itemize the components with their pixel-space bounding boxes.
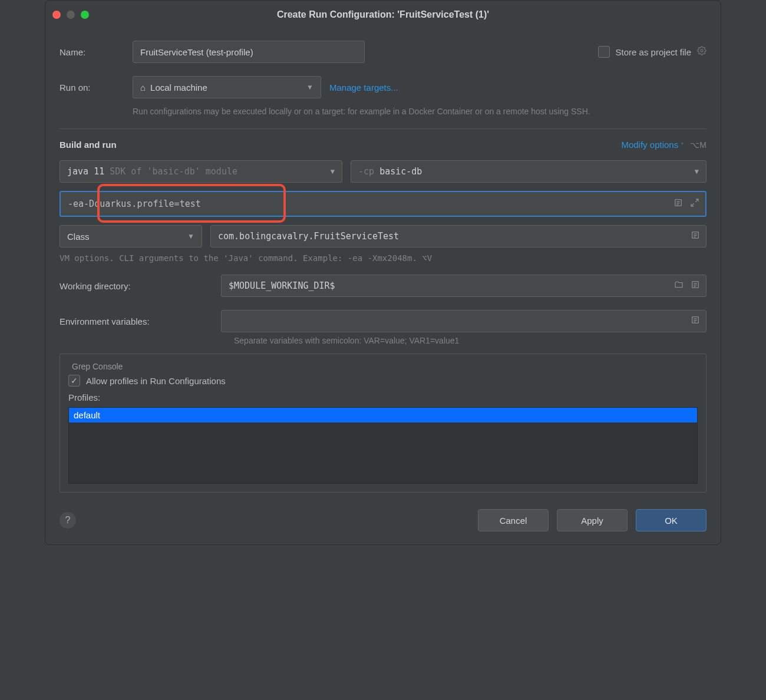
run-on-label: Run on: [60, 82, 124, 93]
profiles-label: Profiles: [68, 392, 698, 402]
dialog-footer: ? Cancel Apply OK [45, 498, 721, 544]
help-button[interactable]: ? [60, 512, 76, 529]
vm-options-input[interactable]: -ea -Dquarkus.profile=test [60, 191, 706, 217]
jdk-select[interactable]: java 11 SDK of 'basic-db' module ▼ [60, 160, 342, 183]
folder-icon[interactable] [674, 280, 684, 292]
class-input[interactable]: com.bolingcavalry.FruitServiceTest [210, 225, 706, 247]
profiles-list[interactable]: default [68, 407, 698, 484]
modify-options-link[interactable]: Modify options ˅ [621, 140, 684, 150]
svg-point-0 [701, 49, 703, 52]
working-dir-value: $MODULE_WORKING_DIR$ [229, 280, 335, 291]
vm-options-a: -ea [68, 199, 84, 209]
divider [60, 128, 706, 129]
run-on-value: Local machine [150, 82, 207, 93]
store-as-project-label: Store as project file [616, 47, 691, 57]
run-type-value: Class [67, 232, 90, 242]
run-on-row: Run on: ⌂ Local machine ▼ Manage targets… [60, 76, 706, 98]
build-run-header: Build and run Modify options ˅ ⌥M [60, 140, 706, 150]
chevron-down-icon: ▼ [306, 83, 313, 91]
home-icon: ⌂ [140, 82, 146, 93]
working-dir-label: Working directory: [60, 281, 213, 291]
build-run-title: Build and run [60, 140, 117, 150]
expand-icon[interactable] [690, 198, 699, 210]
name-row: Name: FruitServiceTest (test-profile) St… [60, 41, 706, 63]
run-on-select[interactable]: ⌂ Local machine ▼ [133, 76, 321, 98]
chevron-down-icon: ▼ [331, 167, 335, 176]
run-config-dialog: Create Run Configuration: 'FruitServiceT… [45, 0, 721, 545]
grep-console-fieldset: Grep Console Allow profiles in Run Confi… [60, 354, 706, 493]
jdk-classpath-row: java 11 SDK of 'basic-db' module ▼ -cp b… [60, 160, 706, 183]
classpath-value: basic-db [379, 166, 422, 177]
apply-label: Apply [581, 516, 603, 526]
working-dir-row: Working directory: $MODULE_WORKING_DIR$ [60, 275, 706, 297]
gear-icon[interactable] [697, 46, 706, 58]
env-hint: Separate variables with semicolon: VAR=v… [234, 336, 706, 345]
manage-targets-link[interactable]: Manage targets... [329, 82, 398, 93]
dialog-title: Create Run Configuration: 'FruitServiceT… [45, 9, 721, 20]
jdk-value: java 11 [67, 166, 104, 177]
classpath-prefix: -cp [358, 166, 379, 177]
run-type-select[interactable]: Class ▼ [60, 225, 202, 247]
ok-button[interactable]: OK [636, 509, 706, 531]
svg-line-6 [691, 203, 694, 206]
name-label: Name: [60, 47, 124, 57]
svg-line-5 [695, 199, 698, 202]
profile-item-default[interactable]: default [69, 408, 697, 422]
allow-profiles-checkbox[interactable] [68, 375, 80, 387]
env-input[interactable] [221, 310, 706, 332]
store-as-project-row: Store as project file [598, 46, 706, 58]
run-on-hint: Run configurations may be executed local… [133, 105, 706, 118]
cancel-label: Cancel [500, 516, 527, 526]
modify-shortcut: ⌥M [690, 140, 706, 150]
classpath-select[interactable]: -cp basic-db ▼ [351, 160, 706, 183]
allow-profiles-label: Allow profiles in Run Configurations [86, 376, 226, 386]
store-as-project-checkbox[interactable] [598, 46, 610, 58]
working-dir-input[interactable]: $MODULE_WORKING_DIR$ [221, 275, 706, 297]
list-icon[interactable] [691, 315, 700, 327]
apply-button[interactable]: Apply [557, 509, 628, 531]
chevron-down-icon: ▼ [695, 167, 699, 176]
modify-options-text: Modify options [621, 140, 678, 150]
chevron-down-icon: ▼ [187, 232, 194, 240]
cancel-button[interactable]: Cancel [478, 509, 549, 531]
class-row: Class ▼ com.bolingcavalry.FruitServiceTe… [60, 225, 706, 247]
name-input[interactable]: FruitServiceTest (test-profile) [133, 41, 365, 63]
list-icon[interactable] [691, 230, 700, 242]
titlebar: Create Run Configuration: 'FruitServiceT… [45, 1, 721, 29]
env-label: Environment variables: [60, 316, 213, 326]
class-value: com.bolingcavalry.FruitServiceTest [218, 231, 399, 242]
env-row: Environment variables: [60, 310, 706, 332]
ok-label: OK [665, 516, 678, 526]
list-icon[interactable] [691, 280, 700, 292]
jdk-suffix: SDK of 'basic-db' module [104, 166, 237, 177]
vm-options-b: -Dquarkus.profile=test [84, 199, 201, 209]
grep-console-legend: Grep Console [68, 362, 126, 371]
name-value: FruitServiceTest (test-profile) [140, 47, 253, 57]
history-icon[interactable] [673, 198, 683, 210]
vm-options-hint: VM options. CLI arguments to the 'Java' … [60, 253, 706, 263]
